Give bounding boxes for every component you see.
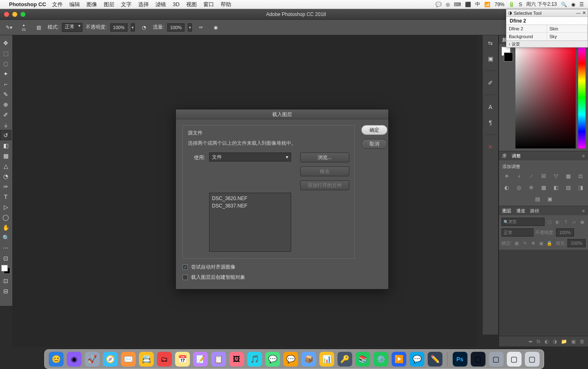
layer-group-icon[interactable]: 📁 (561, 339, 567, 344)
file-listbox[interactable]: DSC_3620.NEF DSC_3637.NEF (209, 193, 291, 252)
history-panel-icon[interactable]: ⇆ (484, 38, 497, 48)
layers-tab[interactable]: 图层 (502, 208, 511, 214)
menu-filter[interactable]: 滤镜 (155, 1, 166, 8)
battery-icon[interactable]: 🔋 (508, 2, 515, 7)
filter-adjust-icon[interactable]: ◐ (554, 219, 561, 225)
menu-edit[interactable]: 编辑 (69, 1, 80, 8)
crop-tool[interactable]: ⌐ (0, 79, 11, 89)
menu-help[interactable]: 帮助 (221, 1, 231, 8)
dock-app-17[interactable]: 📚 (356, 352, 370, 367)
menu-image[interactable]: 图像 (87, 1, 97, 8)
dock-app-5[interactable]: 📇 (139, 352, 154, 367)
sel-cell[interactable]: Background (506, 33, 547, 41)
chevron-left-icon[interactable]: ‹ (509, 42, 510, 46)
dock-app-4[interactable]: ✉️ (121, 352, 136, 367)
filter-type-icon[interactable]: T (563, 219, 569, 225)
flow-dropdown[interactable]: ▾ (188, 23, 192, 32)
dock-app-14[interactable]: 📦 (301, 352, 316, 367)
layers-list[interactable] (499, 250, 588, 336)
quick-select-tool[interactable]: ✦ (0, 68, 11, 79)
edit-toolbar[interactable]: ⋯ (0, 243, 11, 253)
menu-layer[interactable]: 图层 (104, 1, 114, 8)
balance-icon[interactable]: ⚖ (577, 172, 585, 180)
menu-type[interactable]: 文字 (121, 1, 132, 8)
wifi-icon[interactable]: 📶 (484, 2, 490, 7)
siri-icon[interactable]: ◉ (571, 2, 575, 7)
zoom-tool[interactable]: 🔍 (0, 232, 11, 243)
invert-icon[interactable]: ◧ (552, 184, 560, 191)
pen-tool[interactable]: ✑ (0, 181, 11, 191)
app-name[interactable]: Photoshop CC (9, 1, 46, 7)
dock-app-23[interactable]: ▢ (471, 352, 485, 367)
ok-button[interactable]: 确定 (361, 125, 387, 135)
smart-object-checkbox[interactable] (182, 275, 188, 280)
dock-app-18[interactable]: ⚙️ (374, 352, 388, 367)
type-tool[interactable]: T (0, 191, 11, 202)
sel-cell[interactable]: Sky (547, 33, 588, 41)
channel-mixer-icon[interactable]: ※ (527, 184, 536, 191)
flow-value[interactable]: 100% (167, 23, 185, 32)
sv-picker[interactable] (515, 47, 576, 148)
cancel-button[interactable]: 取消 (361, 139, 387, 149)
shape-tool[interactable]: ◯ (0, 212, 11, 222)
auto-align-checkbox[interactable]: ✓ (182, 264, 188, 270)
blend-mode-select[interactable]: 正常 (501, 228, 533, 237)
keyboard-icon[interactable]: ⌨ (454, 2, 461, 7)
eraser-tool[interactable]: ◧ (0, 140, 11, 150)
pressure-size-icon[interactable]: ◉ (210, 22, 221, 33)
menu-3d[interactable]: 3D (173, 1, 180, 7)
sel-cell[interactable]: Skin (547, 25, 588, 33)
browse-button[interactable]: 浏览... (300, 153, 349, 162)
brush-preview[interactable]: ●21 (18, 22, 30, 33)
lock-pixels-icon[interactable]: ▦ (513, 240, 520, 246)
bg-swatch[interactable] (504, 52, 513, 61)
path-select-tool[interactable]: ▷ (0, 202, 11, 212)
opacity-dropdown[interactable]: ▾ (131, 23, 135, 32)
layer-opacity-value[interactable]: 100% (556, 228, 574, 237)
color-swatches[interactable] (1, 265, 10, 274)
marquee-tool[interactable]: ⬚ (0, 48, 11, 58)
dock-app-19[interactable]: ▶️ (392, 352, 406, 367)
threshold-icon[interactable]: ◨ (577, 184, 585, 191)
stamp-tool[interactable]: ⏚ (0, 120, 11, 130)
settings-label[interactable]: 设置 (512, 41, 520, 47)
dock-app-13[interactable]: 💬 (283, 352, 298, 367)
pressure-opacity-icon[interactable]: ◔ (138, 22, 150, 33)
adjustments-tab[interactable]: 调整 (512, 153, 521, 159)
screenmode2-tool[interactable]: ⊟ (0, 286, 11, 296)
dock-app-0[interactable]: 😊 (49, 352, 64, 367)
hand-tool[interactable]: ✋ (0, 222, 11, 232)
dock-app-8[interactable]: 📝 (193, 352, 208, 367)
sel-cell[interactable]: Dfine 2 (506, 25, 547, 33)
device-preview-icon[interactable]: ▣ (484, 53, 497, 64)
dock-app-3[interactable]: 🧭 (103, 352, 118, 367)
input-icon[interactable]: 中 (475, 1, 480, 8)
layer-fx-icon[interactable]: fx (537, 339, 540, 344)
dock-app-21[interactable]: ✏️ (428, 352, 442, 367)
filter-smart-icon[interactable]: ▣ (579, 219, 586, 225)
min-icon[interactable]: — (576, 10, 581, 16)
wechat-icon[interactable]: 💬 (435, 2, 442, 7)
selective-tool-window[interactable]: ◑ Selective Tool — ✕ Dfine 2 Dfine 2 Ski… (506, 9, 588, 48)
adjustment-layer-icon[interactable]: ◑ (553, 339, 557, 344)
add-open-button[interactable]: 添加打开的文件 (300, 180, 349, 190)
fill-value[interactable]: 100% (567, 239, 586, 247)
lock-all-icon[interactable]: 🔒 (546, 240, 553, 246)
hue-sat-icon[interactable]: ▦ (564, 172, 572, 180)
layers-panel-menu[interactable]: ≡ (582, 208, 585, 213)
close-icon[interactable]: ✕ (582, 10, 586, 16)
adjustments-panel-menu[interactable]: ≡ (582, 153, 585, 158)
menu-select[interactable]: 选择 (138, 1, 149, 8)
eyedropper-tool[interactable]: ✎ (0, 89, 11, 99)
use-select[interactable]: 文件▾ (209, 153, 291, 162)
link-layers-icon[interactable]: ⬌ (529, 339, 533, 344)
filter-shape-icon[interactable]: ▱ (571, 219, 577, 225)
lasso-tool[interactable]: ◌ (0, 58, 11, 68)
filter-image-icon[interactable]: ▢ (546, 219, 553, 225)
new-layer-icon[interactable]: ▣ (571, 339, 576, 344)
paths-tab[interactable]: 路径 (530, 208, 539, 214)
notifications-icon[interactable]: ☰ (579, 2, 584, 7)
dock-app-2[interactable]: 🚀 (85, 352, 100, 367)
photo-filter-icon[interactable]: ◎ (515, 184, 523, 191)
libraries-tab[interactable]: 库 (502, 153, 507, 159)
